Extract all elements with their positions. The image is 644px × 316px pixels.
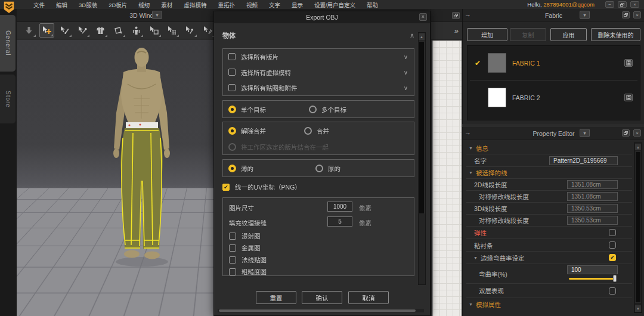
- name-input[interactable]: Pattern2D_6195669: [549, 156, 618, 165]
- section-selected-lines[interactable]: ▼ 被选择的线: [466, 167, 632, 179]
- diffuse-map-row[interactable]: 漫射图: [229, 231, 261, 240]
- section-simulation[interactable]: ▼ 模拟属性: [466, 298, 632, 310]
- restore-icon[interactable]: [618, 1, 627, 8]
- select-all-avatars-row[interactable]: 选择所有虚拟模特 ∨: [223, 64, 414, 80]
- tool-fold-garment-icon[interactable]: [93, 23, 108, 38]
- curvature-slider-handle[interactable]: [613, 275, 617, 282]
- dialog-close-icon[interactable]: ×: [419, 13, 427, 21]
- reset-button[interactable]: 重置: [256, 291, 296, 304]
- normal-map-row[interactable]: 法线贴图: [229, 255, 267, 264]
- collapse-triangle-icon[interactable]: ▼: [469, 302, 473, 306]
- fabric-delete-unused-button[interactable]: 删除未使用的: [591, 28, 640, 41]
- menu-2d-pattern[interactable]: 2D板片: [109, 1, 127, 9]
- row-curvature-section[interactable]: ▼ 边缘弯曲率设定 ✔: [466, 252, 632, 264]
- radio-single-target[interactable]: [228, 106, 236, 113]
- tool-select-point-icon[interactable]: [75, 23, 90, 38]
- menu-3d-garment[interactable]: 3D服装: [79, 1, 97, 9]
- property-scrollbar[interactable]: ▲ ▼: [634, 142, 642, 313]
- 2d-pattern-canvas[interactable]: [432, 41, 462, 316]
- object-section-header[interactable]: 物体 ∧: [222, 30, 414, 40]
- tool-select-mesh-brush-icon[interactable]: [57, 23, 72, 38]
- fabric-menu-dropdown[interactable]: ▼: [580, 11, 590, 19]
- collapse-triangle-icon[interactable]: ▼: [473, 256, 478, 260]
- save-fabric-icon[interactable]: [624, 94, 633, 101]
- property-popout-icon[interactable]: [622, 129, 630, 137]
- chevron-down-icon[interactable]: ∨: [404, 69, 408, 76]
- radio-thin[interactable]: [228, 165, 236, 172]
- menu-file[interactable]: 文件: [33, 1, 45, 9]
- menu-sewing[interactable]: 缝纫: [138, 1, 150, 9]
- curvature-slider-track[interactable]: [569, 278, 614, 280]
- curvature-checkbox[interactable]: ✔: [609, 254, 616, 261]
- account-id[interactable]: 287894001@qqcom: [543, 1, 595, 8]
- select-all-patterns-row[interactable]: 选择所有版片 ∨: [223, 49, 414, 64]
- select-all-textures-row[interactable]: 选择所有贴图和附件 ∨: [223, 80, 414, 95]
- radio-merge[interactable]: [304, 127, 312, 135]
- menu-avatar[interactable]: 虚拟模特: [184, 1, 206, 9]
- checkbox-icon[interactable]: [229, 268, 236, 275]
- tool-grid-icon[interactable]: [165, 23, 179, 38]
- checkbox-icon[interactable]: [229, 233, 236, 240]
- section-info[interactable]: ▼ 信息: [466, 142, 632, 154]
- tool-flatten-garment-icon[interactable]: [111, 23, 126, 38]
- double-layer-checkbox[interactable]: [609, 287, 616, 295]
- chevron-down-icon[interactable]: ∨: [404, 85, 408, 91]
- curvature-input[interactable]: 100: [567, 265, 618, 274]
- collapse-triangle-icon[interactable]: ▼: [469, 146, 473, 150]
- save-fabric-icon[interactable]: [624, 59, 633, 67]
- checkbox-icon[interactable]: [228, 69, 236, 76]
- scroll-thumb[interactable]: [419, 41, 425, 214]
- menu-text[interactable]: 文字: [269, 1, 280, 9]
- fabric-name[interactable]: FABRIC 2: [512, 94, 540, 101]
- collapse-chevron-icon[interactable]: ∧: [410, 32, 414, 39]
- fabric-close-icon[interactable]: ×: [633, 11, 641, 18]
- menu-material[interactable]: 素材: [161, 1, 172, 9]
- scroll-down-icon[interactable]: ▼: [635, 305, 641, 312]
- tab-store[interactable]: Store: [0, 75, 16, 123]
- tool-pin-icon[interactable]: [182, 23, 197, 38]
- radio-unmerge[interactable]: [228, 127, 236, 135]
- 3d-window-menu-dropdown[interactable]: ▼: [152, 11, 162, 19]
- fabric-popout-icon[interactable]: [622, 11, 630, 18]
- scroll-thumb[interactable]: [219, 309, 416, 312]
- fabric-list-item[interactable]: ✔ FABRIC 1: [467, 46, 640, 80]
- elastic-checkbox[interactable]: [609, 229, 616, 236]
- scroll-up-icon[interactable]: ▲: [419, 33, 425, 40]
- minimize-icon[interactable]: −: [605, 1, 614, 8]
- close-icon[interactable]: ×: [630, 1, 639, 8]
- unified-uv-row[interactable]: ✔ 统一的UV坐标（PNG）: [222, 182, 301, 191]
- radio-multiple-target[interactable]: [309, 106, 317, 113]
- tool-arrangement-points-icon[interactable]: [147, 23, 162, 38]
- expand-toolbar-icon[interactable]: »: [454, 26, 459, 35]
- fabric-swatch[interactable]: [488, 53, 506, 73]
- avatar-model[interactable]: [89, 46, 194, 271]
- tool-simulate-icon[interactable]: [21, 23, 36, 38]
- scroll-thumb[interactable]: [635, 151, 641, 303]
- tool-select-move-icon[interactable]: [39, 23, 54, 38]
- fabric-add-button[interactable]: 增加: [467, 28, 507, 41]
- fabric-swatch[interactable]: [488, 88, 506, 107]
- menu-help[interactable]: 帮助: [367, 1, 378, 9]
- menu-video[interactable]: 视频: [246, 1, 258, 9]
- binding-checkbox[interactable]: [609, 241, 616, 249]
- collapse-triangle-icon[interactable]: ▼: [469, 171, 473, 175]
- roughness-map-row[interactable]: 粗糙度图: [229, 267, 267, 276]
- tab-general[interactable]: General: [0, 15, 16, 72]
- menu-display[interactable]: 显示: [292, 1, 303, 9]
- menu-retopology[interactable]: 重拓扑: [218, 1, 235, 9]
- cancel-button[interactable]: 取消: [348, 291, 389, 304]
- chevron-down-icon[interactable]: ∨: [404, 54, 408, 60]
- scroll-up-icon[interactable]: ▲: [635, 144, 641, 150]
- dialog-scrollbar[interactable]: ▲: [418, 32, 426, 285]
- checkbox-icon[interactable]: [229, 244, 236, 252]
- menu-settings[interactable]: 设置/用户自定义: [314, 1, 355, 9]
- 2d-popout-icon[interactable]: [452, 12, 460, 19]
- menu-edit[interactable]: 编辑: [56, 1, 67, 9]
- fabric-name[interactable]: FABRIC 1: [512, 60, 540, 67]
- fabric-apply-button[interactable]: 应用: [550, 28, 587, 41]
- image-size-input[interactable]: 1000: [327, 202, 352, 212]
- checkbox-icon[interactable]: [228, 84, 236, 91]
- checkbox-icon[interactable]: [229, 256, 236, 264]
- property-close-icon[interactable]: ×: [633, 129, 641, 137]
- radio-thick[interactable]: [315, 165, 323, 172]
